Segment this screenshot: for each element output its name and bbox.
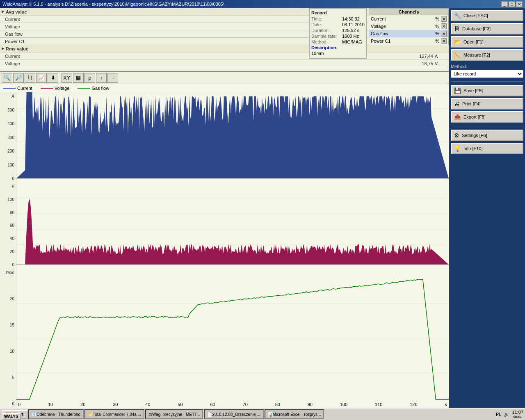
method-select[interactable]: Like record MIG/MAG MMA TIG bbox=[451, 70, 523, 78]
rms-voltage-value: 18,75 bbox=[402, 61, 435, 66]
open-label: Open [F1] bbox=[463, 39, 484, 44]
channel-current-label: Current bbox=[371, 16, 435, 21]
info-icon: 💡 bbox=[454, 145, 461, 152]
rms-voltage-unit: V bbox=[435, 61, 447, 66]
rms-header-label: Rms value bbox=[6, 46, 28, 51]
x-30: 30 bbox=[113, 402, 118, 407]
voltage-y-60: 60 bbox=[10, 223, 14, 228]
zoom-in-button[interactable]: 🔍 bbox=[2, 73, 12, 83]
arrow-button[interactable]: → bbox=[107, 73, 118, 83]
settings-label: Settings [F6] bbox=[462, 133, 487, 138]
export-icon: 📤 bbox=[454, 114, 461, 120]
up-button[interactable]: ↑ bbox=[96, 73, 107, 83]
save-icon: 💾 bbox=[454, 87, 461, 94]
record-duration-value: 125,52 s bbox=[342, 28, 359, 33]
down-button[interactable]: ⬇ bbox=[48, 73, 58, 83]
chart-type-button[interactable]: 📈 bbox=[36, 73, 47, 83]
close-window-button[interactable]: ✕ bbox=[516, 1, 523, 7]
zoom-out-button[interactable]: 🔎 bbox=[13, 73, 24, 83]
rms-current-unit: A bbox=[435, 54, 447, 59]
current-y-500: 500 bbox=[7, 108, 14, 112]
x-40: 40 bbox=[145, 402, 150, 407]
minimize-button[interactable]: _ bbox=[501, 1, 508, 7]
channel-current-x[interactable]: ✕ bbox=[441, 16, 447, 22]
measure-label: Measure [F2] bbox=[463, 52, 490, 57]
left-panel: Avg value Current 104,12 A Voltage 15,81… bbox=[0, 8, 449, 408]
x-70: 70 bbox=[243, 402, 248, 407]
channel-voltage[interactable]: Voltage % ✕ bbox=[369, 23, 448, 30]
x-110: 110 bbox=[375, 402, 382, 407]
x-60: 60 bbox=[210, 402, 215, 407]
thunderbird-icon: 📧 bbox=[32, 412, 37, 417]
channel-voltage-label: Voltage bbox=[371, 24, 435, 29]
record-method-row: Method: MIG/MAG bbox=[311, 39, 365, 44]
rho-button[interactable]: ρ bbox=[84, 73, 95, 83]
print-button[interactable]: 🖨 Print [F4] bbox=[451, 98, 523, 110]
x-unit: s bbox=[445, 402, 447, 407]
xy-button[interactable]: XY bbox=[62, 73, 72, 83]
record-title: Record bbox=[311, 10, 365, 15]
channel-current-pct: % bbox=[435, 16, 439, 21]
record-method-label: Method: bbox=[311, 39, 342, 44]
table-button[interactable]: ▦ bbox=[73, 73, 84, 83]
current-chart-svg-area bbox=[16, 92, 449, 183]
excel-icon: 📊 bbox=[268, 412, 273, 417]
current-y-0: 0 bbox=[12, 176, 14, 181]
signal-button[interactable]: ⌇⌇ bbox=[25, 73, 35, 83]
avg-header-label: Avg value bbox=[6, 9, 27, 14]
taskbar-item-thunderbird[interactable]: 📧 Odebrane - Thunderbird bbox=[28, 409, 84, 419]
channel-voltage-x[interactable]: ✕ bbox=[441, 23, 447, 29]
export-button[interactable]: 📤 Export [F8] bbox=[451, 111, 523, 123]
walys-label-container: WALYS bbox=[2, 413, 21, 420]
channel-power-x[interactable]: ✕ bbox=[441, 38, 447, 44]
voltage-chart-container: V 100 80 60 40 20 0 bbox=[0, 183, 449, 269]
taskbar-item-excel[interactable]: 📊 Microsoft Excel - rozprys... bbox=[265, 409, 324, 419]
chart-legend: Current Voltage Gas flow bbox=[0, 84, 449, 92]
gasflow-chart-svg-area: 0 10 20 30 40 50 60 70 80 90 100 110 120… bbox=[16, 269, 449, 408]
current-y-axis: A 500 400 300 200 100 0 bbox=[0, 92, 16, 183]
taskbar-item-totalcmd[interactable]: 📁 Total Commander 7.04a ... bbox=[84, 409, 144, 419]
main-container: Avg value Current 104,12 A Voltage 15,81… bbox=[0, 8, 525, 408]
record-desc-label[interactable]: Description: bbox=[311, 45, 342, 50]
wagi-label: Wagi precyzyjne - METT... bbox=[152, 412, 200, 417]
measure-button[interactable]: 📐 Measure [F2] bbox=[451, 49, 523, 61]
rms-current-row: Current 127,44 A bbox=[0, 52, 449, 60]
channel-current[interactable]: Current % ✕ bbox=[369, 15, 448, 23]
info-label: Info [F10] bbox=[463, 146, 482, 151]
orzeczenie-icon: 📄 bbox=[207, 412, 212, 417]
rms-voltage-row: Voltage 18,75 V bbox=[0, 60, 449, 67]
taskbar-item-orzeczenie[interactable]: 📄 2010.12.08_Orzeczenie ... bbox=[204, 409, 263, 419]
save-button[interactable]: 💾 Save [F5] bbox=[451, 85, 523, 96]
database-button[interactable]: 🗄 Database [F3] bbox=[451, 23, 523, 34]
info-button[interactable]: 💡 Info [F10] bbox=[451, 143, 523, 154]
record-sample-value: 1600 Hz bbox=[342, 34, 359, 39]
taskbar-item-wagi[interactable]: ⚖ Wagi precyzyjne - METT... bbox=[145, 409, 203, 419]
close-button[interactable]: 🔧 Close [ESC] bbox=[451, 10, 523, 21]
wagi-icon: ⚖ bbox=[148, 412, 152, 417]
totalcmd-label: Total Commander 7.04a ... bbox=[93, 412, 141, 417]
current-chart-container: A 500 400 300 200 100 0 bbox=[0, 92, 449, 183]
gasflow-y-5: 5 bbox=[12, 375, 14, 380]
channel-gasflow-x[interactable]: ✕ bbox=[441, 31, 447, 37]
legend-current-label: Current bbox=[17, 86, 32, 91]
settings-button[interactable]: ⚙ Settings [F6] bbox=[451, 130, 523, 141]
channel-power[interactable]: Power C1 % ✕ bbox=[369, 37, 448, 45]
taskbar-clock: 11:07 środa bbox=[512, 410, 523, 419]
gasflow-chart bbox=[16, 269, 449, 408]
channel-power-pct: % bbox=[435, 39, 439, 43]
rms-voltage-label: Voltage bbox=[2, 61, 402, 66]
channel-gasflow[interactable]: Gas flow % ✕ bbox=[369, 30, 448, 37]
record-desc-value-row: 10mm bbox=[311, 51, 365, 56]
export-label: Export [F8] bbox=[463, 114, 486, 119]
maximize-button[interactable]: □ bbox=[509, 1, 515, 7]
gasflow-chart-container: l/min 20 15 10 5 0 bbox=[0, 269, 449, 408]
current-unit: A bbox=[11, 94, 14, 98]
x-axis-labels: 0 10 20 30 40 50 60 70 80 90 100 110 120… bbox=[16, 402, 449, 407]
legend-gasflow-label: Gas flow bbox=[91, 86, 109, 91]
record-duration-row: Duration: 125,52 s bbox=[311, 28, 365, 33]
print-label: Print [F4] bbox=[462, 101, 481, 106]
gasflow-y-20: 20 bbox=[10, 297, 14, 301]
open-button[interactable]: 📂 Open [F1] bbox=[451, 36, 523, 48]
x-50: 50 bbox=[178, 402, 183, 407]
save-label: Save [F5] bbox=[463, 88, 483, 93]
